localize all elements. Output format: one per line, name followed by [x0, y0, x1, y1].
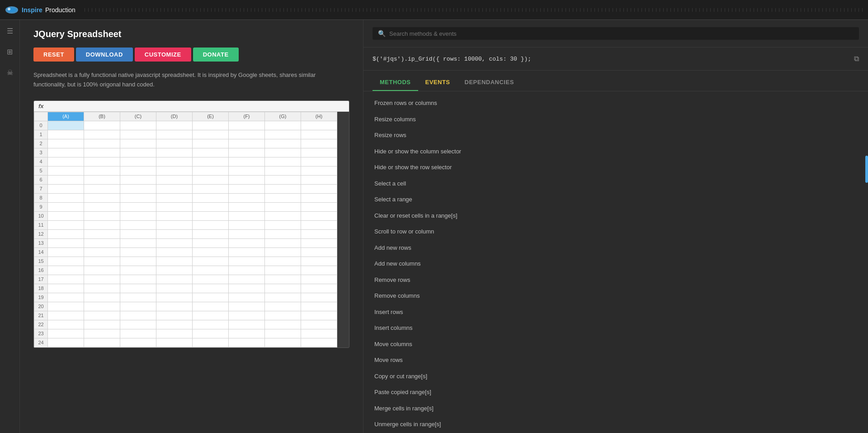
grid-cell[interactable] [84, 229, 120, 238]
grid-cell[interactable] [301, 211, 337, 220]
grid-cell[interactable] [301, 202, 337, 211]
grid-cell[interactable] [84, 139, 120, 148]
grid-cell[interactable] [120, 293, 156, 302]
col-header-d[interactable]: (D) [156, 112, 193, 121]
grid-cell[interactable] [193, 238, 229, 247]
grid-cell[interactable] [156, 220, 193, 229]
grid-cell[interactable] [120, 139, 156, 148]
method-item[interactable]: Move rows [363, 352, 868, 368]
grid-cell[interactable] [84, 302, 120, 311]
grid-cell[interactable] [193, 257, 229, 266]
method-item[interactable]: Remove columns [363, 288, 868, 304]
grid-cell[interactable] [156, 157, 193, 166]
spreadsheet-scroll[interactable]: (A) (B) (C) (D) (E) (F) (G) (H) 012 [34, 112, 349, 347]
grid-cell[interactable] [120, 148, 156, 157]
grid-cell[interactable] [301, 320, 337, 329]
grid-cell[interactable] [193, 148, 229, 157]
grid-cell[interactable] [229, 338, 265, 347]
grid-cell[interactable] [84, 121, 120, 130]
grid-cell[interactable] [120, 130, 156, 139]
method-item[interactable]: Insert rows [363, 304, 868, 320]
grid-cell[interactable] [301, 293, 337, 302]
grid-cell[interactable] [120, 338, 156, 347]
grid-cell[interactable] [120, 175, 156, 184]
grid-cell[interactable] [229, 121, 265, 130]
sidebar-skull-icon[interactable]: ☠ [4, 66, 16, 79]
grid-cell[interactable] [84, 257, 120, 266]
grid-cell[interactable] [265, 302, 301, 311]
grid-cell[interactable] [193, 202, 229, 211]
grid-cell[interactable] [120, 121, 156, 130]
search-input[interactable] [389, 30, 854, 37]
grid-cell[interactable] [301, 139, 337, 148]
grid-cell[interactable] [84, 329, 120, 338]
grid-cell[interactable] [301, 148, 337, 157]
grid-cell[interactable] [301, 121, 337, 130]
download-button[interactable]: DOWNLOAD [76, 48, 133, 62]
grid-cell[interactable] [84, 247, 120, 257]
method-item[interactable]: Hide or show the row selector [363, 159, 868, 176]
grid-cell[interactable] [229, 302, 265, 311]
grid-cell[interactable] [156, 211, 193, 220]
grid-cell[interactable] [229, 157, 265, 166]
grid-cell[interactable] [265, 338, 301, 347]
grid-cell[interactable] [265, 320, 301, 329]
grid-cell[interactable] [84, 293, 120, 302]
method-item[interactable]: Clear or reset cells in a range[s] [363, 208, 868, 224]
grid-cell[interactable] [120, 166, 156, 175]
grid-cell[interactable] [265, 247, 301, 257]
col-header-a[interactable]: (A) [48, 112, 84, 121]
grid-cell[interactable] [120, 229, 156, 238]
tab-events[interactable]: EVENTS [418, 76, 458, 91]
grid-cell[interactable] [301, 329, 337, 338]
grid-cell[interactable] [193, 193, 229, 202]
grid-cell[interactable] [229, 211, 265, 220]
grid-cell[interactable] [84, 184, 120, 193]
grid-cell[interactable] [193, 157, 229, 166]
grid-cell[interactable] [193, 275, 229, 284]
grid-cell[interactable] [84, 220, 120, 229]
grid-cell[interactable] [301, 266, 337, 275]
grid-cell[interactable] [84, 130, 120, 139]
grid-cell[interactable] [156, 184, 193, 193]
grid-cell[interactable] [301, 175, 337, 184]
method-item[interactable]: Select a cell [363, 176, 868, 192]
col-header-h[interactable]: (H) [301, 112, 337, 121]
grid-cell[interactable] [48, 193, 84, 202]
grid-cell[interactable] [48, 220, 84, 229]
method-item[interactable]: Resize columns [363, 111, 868, 128]
grid-cell[interactable] [301, 257, 337, 266]
tab-methods[interactable]: METHODS [373, 76, 418, 91]
method-item[interactable]: Remove rows [363, 272, 868, 288]
grid-cell[interactable] [229, 293, 265, 302]
grid-cell[interactable] [156, 148, 193, 157]
grid-cell[interactable] [156, 175, 193, 184]
grid-cell[interactable] [265, 166, 301, 175]
grid-cell[interactable] [229, 139, 265, 148]
grid-cell[interactable] [84, 211, 120, 220]
grid-cell[interactable] [193, 220, 229, 229]
grid-cell[interactable] [229, 202, 265, 211]
grid-cell[interactable] [265, 238, 301, 247]
grid-cell[interactable] [84, 338, 120, 347]
grid-cell[interactable] [301, 166, 337, 175]
search-input-wrap[interactable]: 🔍 [373, 27, 859, 40]
grid-cell[interactable] [156, 329, 193, 338]
grid-cell[interactable] [120, 184, 156, 193]
grid-cell[interactable] [229, 166, 265, 175]
method-item[interactable]: Unmerge cells in range[s] [363, 416, 868, 433]
grid-cell[interactable] [265, 184, 301, 193]
grid-cell[interactable] [265, 130, 301, 139]
grid-cell[interactable] [48, 166, 84, 175]
grid-cell[interactable] [301, 302, 337, 311]
grid-cell[interactable] [229, 311, 265, 320]
grid-cell[interactable] [48, 284, 84, 293]
method-item[interactable]: Resize rows [363, 127, 868, 143]
customize-button[interactable]: CUSTOMIZE [135, 48, 191, 62]
grid-cell[interactable] [84, 320, 120, 329]
method-item[interactable]: Hide or show the column selector [363, 143, 868, 160]
grid-cell[interactable] [120, 157, 156, 166]
grid-cell[interactable] [120, 247, 156, 257]
grid-cell[interactable] [193, 211, 229, 220]
grid-cell[interactable] [265, 220, 301, 229]
